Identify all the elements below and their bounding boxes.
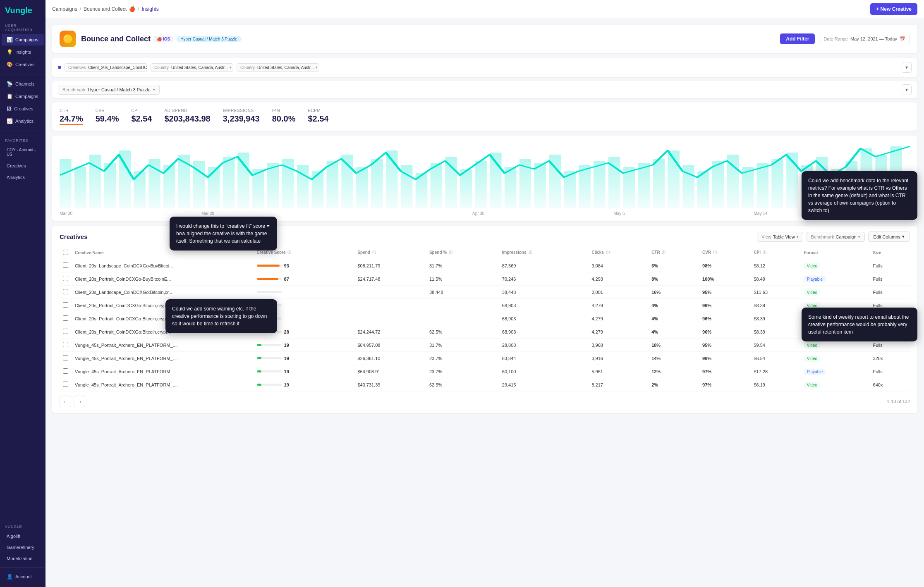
country2-filter-chip[interactable]: Country United States, Canada, Austr... …: [237, 63, 319, 72]
clicks-cell-1: 4,293: [588, 272, 648, 286]
cpi-info-icon[interactable]: ⓘ: [763, 251, 766, 255]
impressions-cell-7: 63,844: [499, 352, 589, 365]
platform-icon-apple: 🍎: [157, 37, 162, 41]
date-range: Date Range May 12, 2021 — Today 📅: [819, 34, 910, 44]
benchmark-bar: Benchmark Hyper Casual / Match 3 Puzzle …: [52, 81, 917, 98]
row-checkbox-8[interactable]: [63, 368, 68, 374]
row-checkbox-cell: [60, 299, 72, 312]
format-tag-9: Video: [804, 382, 820, 388]
creative-name-cell-6: Vungle_45s_Portrait_Archero_EN_PLATFORM_…: [72, 339, 254, 352]
svg-rect-39: [638, 163, 650, 208]
breadcrumb-current: Insights: [141, 6, 158, 12]
sidebar-item-fav-analytics[interactable]: Analytics: [2, 172, 44, 183]
metric-adspend: Ad Spend $203,843.98: [165, 108, 211, 125]
sidebar-item-campaigns[interactable]: 📊 Campaigns: [2, 34, 44, 45]
view-control-label: View: [761, 234, 771, 239]
table-header-size: Size: [870, 247, 910, 259]
spend-pct-info-icon[interactable]: ⓘ: [449, 251, 452, 255]
benchmark-chip-value: Hyper Casual / Match 3 Puzzle: [88, 87, 151, 92]
impressions-cell-8: 60,100: [499, 365, 589, 378]
sidebar-item-coy[interactable]: COY - Android - US: [2, 145, 44, 160]
size-cell-2: Fulls: [870, 286, 910, 299]
benchmark-collapse-button[interactable]: ▾: [902, 84, 912, 95]
row-checkbox-9[interactable]: [63, 382, 68, 387]
table-header-impressions: Impressions ⓘ: [499, 247, 589, 259]
sidebar-item-fav-creatives[interactable]: Creatives: [2, 160, 44, 171]
size-cell-8: Fulls: [870, 365, 910, 378]
row-checkbox-0[interactable]: [63, 262, 68, 268]
table-header-spend-pct: Spend % ⓘ: [426, 247, 499, 259]
sidebar-item-label-insights: Insights: [15, 50, 31, 55]
select-all-checkbox[interactable]: [63, 250, 68, 255]
row-checkbox-cell: [60, 272, 72, 286]
svg-rect-32: [534, 163, 546, 208]
row-checkbox-4[interactable]: [63, 315, 68, 321]
row-checkbox-1[interactable]: [63, 276, 68, 281]
creative-score-cell-9: 19: [254, 378, 354, 391]
impressions-info-icon[interactable]: ⓘ: [529, 251, 532, 255]
breadcrumb-campaign-link[interactable]: Bounce and Collect: [84, 6, 127, 12]
cvr-info-icon[interactable]: ⓘ: [713, 251, 717, 255]
sidebar-item-insights[interactable]: 💡 Insights: [2, 46, 44, 58]
time-series-chart: [60, 142, 910, 208]
sidebar-item-gamerefinery[interactable]: Gamerefinery: [2, 542, 44, 553]
cvr-cell-9: 97%: [699, 378, 750, 391]
pagination-prev-button[interactable]: ←: [60, 396, 71, 407]
new-creative-button[interactable]: + New Creative: [870, 3, 917, 15]
add-filter-button[interactable]: Add Filter: [780, 33, 815, 44]
metric-adspend-label: Ad Spend: [165, 108, 211, 113]
row-checkbox-2[interactable]: [63, 289, 68, 294]
clicks-info-icon[interactable]: ⓘ: [606, 251, 610, 255]
chart-label-5: May 5: [613, 211, 625, 216]
score-val-8: 19: [284, 369, 289, 374]
sidebar-item-monetization[interactable]: Monetization: [2, 553, 44, 564]
sidebar-item-creatives[interactable]: 🎨 Creatives: [2, 59, 44, 70]
row-checkbox-5[interactable]: [63, 329, 68, 334]
ctr-cell-6: 18%: [648, 339, 699, 352]
table-row: Vungle_45s_Portrait_Archero_EN_PLATFORM_…: [60, 339, 910, 352]
edit-columns-button[interactable]: Edit Columns ▾: [868, 231, 910, 242]
sidebar-item-algolift[interactable]: Algolift: [2, 531, 44, 542]
filter-bar: Creatives Client_20s_Landscape_CoinDCXGo…: [52, 58, 917, 77]
view-control-chip[interactable]: View Table View ▾: [757, 232, 803, 242]
creatives2-icon: 🖼: [7, 106, 12, 112]
svg-rect-18: [326, 161, 338, 208]
breadcrumb: Campaigns / Bounce and Collect 🍎 / Insig…: [52, 6, 159, 12]
spend-pct-cell-6: 31.7%: [426, 339, 499, 352]
breadcrumb-campaigns-link[interactable]: Campaigns: [52, 6, 77, 12]
benchmark-control-chip[interactable]: Benchmark Campaign ▾: [807, 232, 865, 242]
cvr-cell-4: 96%: [699, 312, 750, 325]
creatives-filter-chip[interactable]: Creatives Client_20s_Landscape_CoinDCXGo…: [65, 63, 147, 72]
spend-pct-cell-4: [426, 312, 499, 325]
sidebar-item-creatives2[interactable]: 🖼 Creatives: [2, 103, 44, 115]
row-checkbox-3[interactable]: [63, 302, 68, 308]
clicks-cell-0: 3,084: [588, 259, 648, 272]
filter-collapse-button[interactable]: ▾: [902, 62, 912, 73]
svg-rect-44: [712, 161, 724, 208]
size-cell-9: 640x: [870, 378, 910, 391]
row-checkbox-6[interactable]: [63, 342, 68, 347]
platform-badge: 🍎 iOS: [154, 36, 173, 42]
ctr-info-icon[interactable]: ⓘ: [662, 251, 665, 255]
format-tag-8: Playable: [804, 369, 826, 375]
svg-rect-17: [312, 171, 324, 208]
country1-filter-chip[interactable]: Country United States, Canada, Austr... …: [151, 63, 233, 72]
creative-name-cell-0: Client_20s_Landscape_CoinDCXGo-BuyBitcoi…: [72, 259, 254, 272]
sidebar-item-channels[interactable]: 📡 Channels: [2, 78, 44, 90]
svg-rect-30: [505, 167, 517, 208]
row-checkbox-cell: [60, 259, 72, 272]
impressions-cell-2: 38,448: [499, 286, 589, 299]
score-info-icon[interactable]: ⓘ: [287, 251, 291, 255]
row-checkbox-cell: [60, 365, 72, 378]
spend-info-icon[interactable]: ⓘ: [372, 251, 376, 255]
table-row: Vungle_45s_Portrait_Archero_EN_PLATFORM_…: [60, 352, 910, 365]
chart-label-4: Apr 30: [472, 211, 484, 216]
format-tag-0: Video: [804, 263, 820, 269]
benchmark-chip[interactable]: Benchmark Hyper Casual / Match 3 Puzzle …: [58, 85, 160, 95]
account-label: Account: [15, 574, 32, 579]
sidebar-item-account[interactable]: 👤 Account: [2, 571, 44, 582]
sidebar-item-analytics[interactable]: 📈 Analytics: [2, 115, 44, 127]
row-checkbox-7[interactable]: [63, 355, 68, 360]
pagination-next-button[interactable]: →: [74, 396, 85, 407]
sidebar-item-campaigns2[interactable]: 📋 Campaigns: [2, 91, 44, 102]
